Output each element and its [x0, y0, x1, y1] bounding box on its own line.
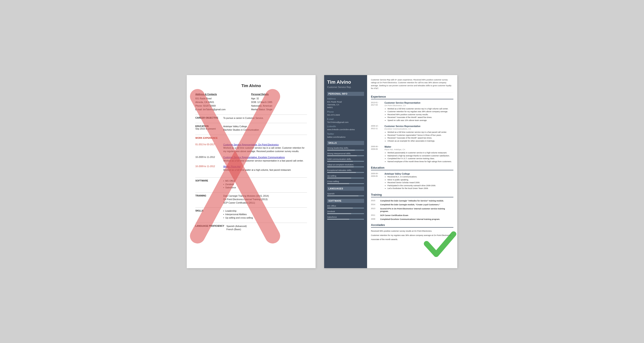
skill-bar-row: Solid communication skills.: [327, 158, 364, 162]
skill-bar-fill: [327, 183, 349, 184]
skill-bar-fill: [327, 172, 356, 173]
skill-label: Up-selling: [327, 175, 364, 177]
accolade-item: Received 99% positive customer survey re…: [371, 230, 454, 233]
skill-bar-row: Strong interpersonal skills.: [327, 152, 364, 156]
bullet: Received 99% positive customer survey re…: [388, 113, 454, 116]
bullet: Named employee of the month three times …: [388, 160, 454, 163]
work-entry-1: 01-2013 to 03-2017 Customer Service Repr…: [195, 143, 307, 153]
address-field-label: Address: [327, 98, 364, 100]
training-section: TRAINING Dale Carnegie Training Modules …: [195, 194, 307, 204]
bullet: Worked as a full time customer service r…: [388, 107, 454, 110]
divider-7: [195, 223, 307, 223]
bullet: Received "Customer Appreciation" bonus i…: [388, 134, 454, 137]
skill-bar: [327, 150, 364, 151]
software-bar-row: Salesforce: [327, 216, 364, 220]
training-year: 2009: [371, 218, 378, 221]
bullet: Customer retention for my regulars was 3…: [388, 110, 454, 113]
bullet: Chosen as an example for other associate…: [388, 140, 454, 143]
work-content-2: Customer Service Representative, Excelsi…: [223, 156, 307, 163]
work-entry-2: 10-2009 to 11-2012 Customer Service Repr…: [195, 156, 307, 163]
training-entry: 2013 Scored 97% in On Point Electronics'…: [371, 207, 454, 213]
divider-2: [195, 123, 307, 123]
email-field-label: E-mail: [327, 118, 364, 120]
software-section: SOFTWARE • MS Office • Zendesk • Salesfo…: [195, 179, 307, 189]
left-name: Tim Alvino: [195, 84, 307, 88]
skill-bar: [327, 161, 364, 162]
skill-label: Solid communication skills.: [327, 158, 364, 160]
exp-dates: 2013-01 -2017-03: [371, 101, 383, 122]
work-entries: 01-2013 to 03-2017 Customer Service Repr…: [195, 143, 307, 174]
right-name: Tim Alvino: [327, 79, 364, 85]
bullet: Completed the F.A.S.T. customer service …: [388, 157, 454, 160]
left-resume: Tim Alvino Address & Contacts 831 Rasle …: [187, 75, 316, 268]
training-entries: 2015 Completed the Dale Carnegie "Attitu…: [371, 200, 454, 221]
address-line-3: Phone: 5018732669: [195, 104, 251, 108]
training-text: Scored 97% in On Point Electronics' inte…: [380, 207, 454, 213]
bullet: Minor in public speaking.: [388, 178, 454, 181]
education-section: EDUCATION Sep 2015 to present Antelope V…: [195, 125, 307, 132]
edu-dates: 2005-09 -2009-05: [371, 172, 383, 190]
training-text: Completed Excelsior Communications' inte…: [380, 218, 454, 221]
exp-entry: 2009-10 -2012-11 Customer Service Repres…: [371, 125, 454, 142]
personal-line-2: DOB: 12 March 1985: [251, 100, 307, 104]
personal-line-4: Marital Status: Single: [251, 108, 307, 111]
top-info: Address & Contacts 831 Rasle Road Almeda…: [195, 92, 307, 111]
divider-4: [195, 177, 307, 178]
divider-6: [195, 207, 307, 208]
career-text: To pursue a career in Customer Service.: [223, 116, 307, 120]
twitter-field-value: twitter.com/timalvino: [327, 136, 364, 138]
software-bar-row: MS Office: [327, 205, 364, 209]
accolade-item: Customer retention for my regulars was 3…: [371, 234, 454, 237]
job-desc-1: Worked as a full time customer service r…: [223, 146, 307, 153]
language-content: Spanish (Advanced) French (Basic): [226, 225, 307, 231]
skill-3: • Up-selling and cross-selling: [223, 216, 307, 220]
work-entry-3: 10-2009 to 11-2012 Waiter, Pizza Hut Wor…: [195, 165, 307, 172]
exp-bullets: Worked as a full time customer service r…: [384, 107, 454, 122]
linkedin-field-value: www.linkedin.com/in/tim-alvino: [327, 128, 364, 131]
edu-entry: 2005-09 -2009-05 Antelope Valley College…: [371, 172, 454, 190]
lang-2: French (Basic): [226, 228, 307, 231]
address-line-4: E-mail: timTalvino@gmail.com: [195, 108, 251, 111]
training-year: 2011: [371, 214, 378, 217]
career-label: CAREER OBJECTIVE: [195, 116, 221, 120]
sw-1: • MS Office: [223, 179, 307, 183]
skill-bar-row: Adept at complaint resolution.: [327, 163, 364, 167]
education-label-text: EDUCATION: [195, 125, 221, 127]
skill-bar-fill: [327, 166, 354, 167]
skills-label: SKILLS: [195, 209, 221, 219]
work-dates-2: 10-2009 to 11-2012: [195, 156, 221, 163]
sw-2: • Zendesk: [223, 183, 307, 186]
training-text: Completed the Dale Carnegie module, "Cre…: [380, 203, 454, 206]
train-3: SCP Career Certification (2011): [223, 201, 307, 205]
exp-body: Waiter Pizza Hut, Antelope, CA Worked pa…: [384, 145, 454, 163]
training-year: 2014: [371, 203, 378, 206]
bullet: Worked passionately in customer service …: [388, 151, 454, 154]
experience-entries: 2013-01 -2017-03 Customer Service Repres…: [371, 101, 454, 163]
bullet: Worked as a full time customer service r…: [388, 131, 454, 134]
phone-field-value: 501-873-2669: [327, 113, 364, 116]
right-intro: Customer Service Rep with 8+ years exper…: [371, 78, 454, 92]
skill-bar: [327, 166, 364, 167]
training-heading: Training: [371, 193, 454, 197]
education-entries: 2005-09 -2009-05 Antelope Valley College…: [371, 172, 454, 190]
personal-label: Personal Details: [251, 92, 307, 96]
software-label: SOFTWARE: [195, 179, 221, 189]
bullet: Speed on calls was 10% above team averag…: [388, 119, 454, 122]
exp-company: On Point Electronics, CA: [384, 104, 454, 107]
training-entry: 2011 SCP Career Certification Exam: [371, 214, 454, 217]
training-entry: 2014 Completed the Dale Carnegie module,…: [371, 203, 454, 206]
training-entry: 2015 Completed the Dale Carnegie "Attitu…: [371, 200, 454, 202]
software-bar-row: Zendesk: [327, 210, 364, 214]
exp-dates: 2005-06 -2009-09: [371, 145, 383, 163]
exp-bullets: Worked passionately in customer service …: [384, 151, 454, 163]
education-label: EDUCATION Sep 2015 to present: [195, 125, 221, 132]
sw-3: • Salesforce: [223, 186, 307, 189]
personal-line-3: Nationality: American: [251, 104, 307, 108]
address-label: Address & Contacts: [195, 92, 251, 96]
education-heading: Education: [371, 166, 454, 170]
train-1: Dale Carnegie Training Modules (2015, 20…: [223, 194, 307, 198]
job-title-1: Customer Service Representative, On Poin…: [223, 143, 307, 146]
email-field-value: TimTAlvino@gmail.com: [327, 121, 364, 124]
skills-heading: Skills: [327, 141, 364, 145]
work-dates-1: 01-2013 to 03-2017: [195, 143, 221, 153]
